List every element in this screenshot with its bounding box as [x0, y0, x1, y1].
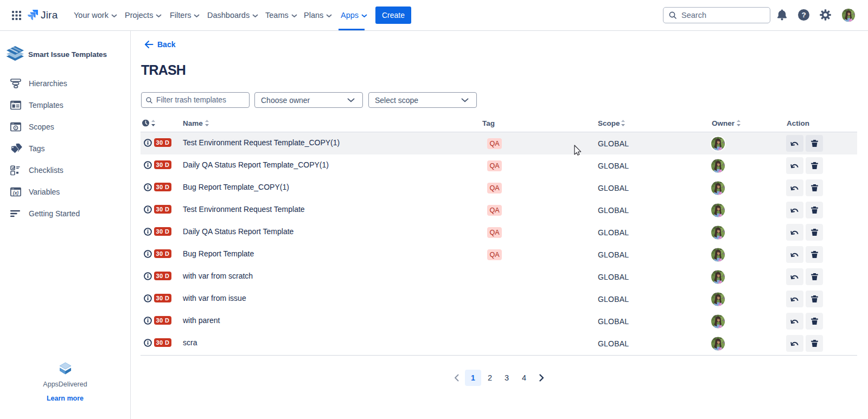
svg-text:(x): (x) [13, 190, 19, 196]
svg-text:?: ? [801, 11, 806, 19]
